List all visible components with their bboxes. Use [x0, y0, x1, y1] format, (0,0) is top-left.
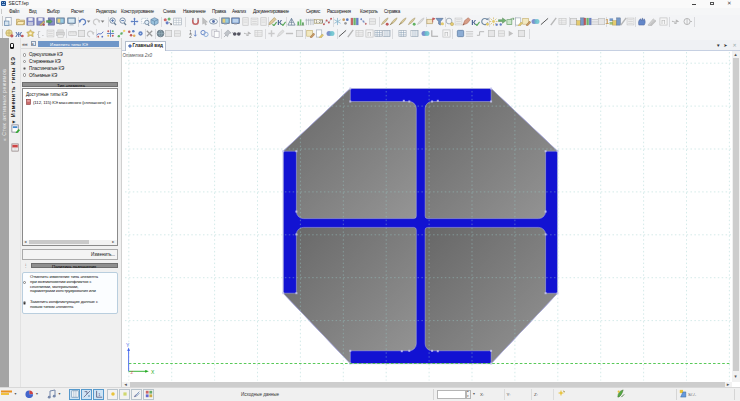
- svg-text:Z: Z: [131, 370, 134, 375]
- svg-text:1: 1: [98, 392, 101, 397]
- svg-text:X: X: [151, 369, 155, 375]
- svg-text:Y: Y: [126, 342, 130, 348]
